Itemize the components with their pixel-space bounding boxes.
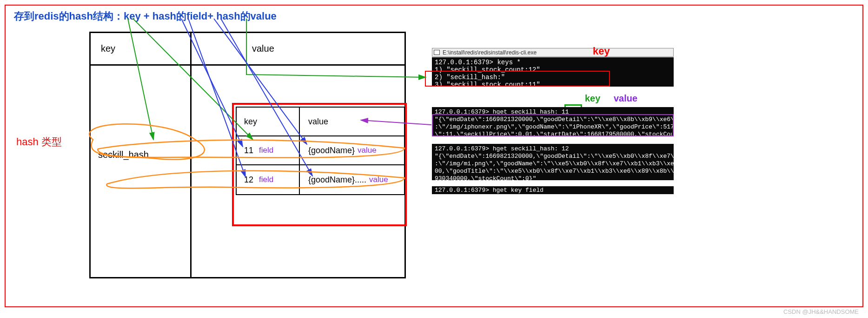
field-label-1: field <box>259 146 273 155</box>
terminal-key-label: key <box>593 45 610 57</box>
inner-k2: 12 <box>244 175 253 185</box>
value-label-2: value <box>369 175 388 184</box>
outer-header-row: key value <box>91 33 404 66</box>
inner-k1: 11 <box>244 146 253 156</box>
inner-val-2: {goodName}.....value <box>300 165 404 194</box>
outer-key-cell: seckill_hash <box>91 66 192 277</box>
inner-header-row: key value <box>237 108 404 136</box>
outer-body: seckill_hash key value 11field {goodName… <box>91 66 404 277</box>
keys-highlight-box <box>425 71 610 87</box>
purple-value-box <box>432 114 674 136</box>
inner-val-1: {goodName}value <box>300 136 404 164</box>
inner-header-value: value <box>300 108 404 135</box>
outer-header-value: value <box>192 33 404 64</box>
hget-key-label: key <box>585 93 600 104</box>
value-label-1: value <box>358 146 377 155</box>
outer-header-key: key <box>91 33 192 64</box>
terminal-block-hget-12: 127.0.0.1:6379> hget seckill_hash: 12 "{… <box>432 144 674 180</box>
inner-header-key: key <box>237 108 300 135</box>
hget-value-label: value <box>614 93 637 104</box>
outer-value-cell: key value 11field {goodName}value 12fiel… <box>192 66 404 277</box>
inner-v1: {goodName} <box>308 146 355 156</box>
inner-row-1: 11field {goodName}value <box>237 136 404 165</box>
seckill-hash-label: seckill_hash <box>98 149 149 160</box>
inner-key-1: 11field <box>237 136 300 164</box>
inner-v2: {goodName}..... <box>308 175 366 185</box>
watermark: CSDN @JH&&HANDSOME <box>783 308 859 315</box>
terminal-icon <box>434 50 440 55</box>
inner-row-2: 12field {goodName}.....value <box>237 165 404 194</box>
hash-type-label: hash 类型 <box>16 135 62 149</box>
inner-key-2: 12field <box>237 165 300 194</box>
field-label-2: field <box>259 175 273 184</box>
terminal-title-bar: E:\install\redis\redisinstall\redis-cli.… <box>432 48 674 57</box>
inner-table: key value 11field {goodName}value 12fiel… <box>236 107 405 195</box>
inner-red-border: key value 11field {goodName}value 12fiel… <box>232 103 407 226</box>
outer-hash-table: key value seckill_hash key value 11field… <box>89 32 406 278</box>
diagram-title: 存到redis的hash结构：key + hash的field+ hash的va… <box>14 9 277 23</box>
terminal-block-hget-generic: 127.0.0.1:6379> hget key field <box>432 186 674 194</box>
terminal-title-text: E:\install\redis\redisinstall\redis-cli.… <box>443 49 537 56</box>
